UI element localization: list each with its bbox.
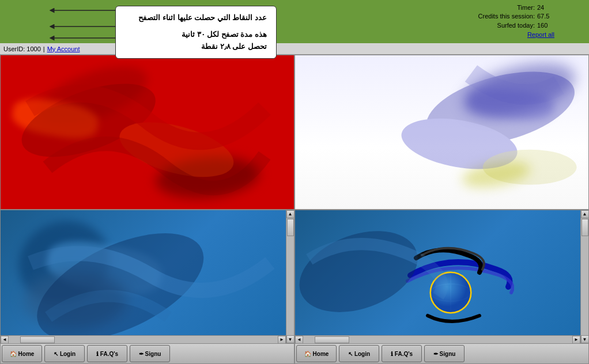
white-svg-art [295, 55, 588, 209]
right-home-button[interactable]: 🏠 Home [296, 345, 337, 362]
right-hscroll-track [303, 336, 572, 344]
timer-row: Timer: 24 [517, 3, 554, 12]
left-home-button[interactable]: 🏠 Home [2, 345, 42, 362]
callout-line1: عدد النقاط التي حصلت عليها اثناء التصفح [125, 12, 267, 24]
report-all-link[interactable]: Report all [527, 31, 554, 38]
pen-icon: ✒ [139, 351, 144, 357]
left-panel-hscrollbar[interactable]: ◄ ► [1, 335, 286, 343]
home-label: Home [18, 351, 35, 357]
right-vscroll-down-btn[interactable]: ▼ [581, 335, 589, 343]
timer-value: 24 [537, 3, 554, 12]
left-panel-navbar: 🏠 Home ↖ Login ℹ FA.Q's ✒ Signu [1, 343, 294, 363]
left-login-button[interactable]: ↖ Login [44, 345, 85, 362]
callout-box: عدد النقاط التي حصلت عليها اثناء التصفح … [115, 6, 277, 59]
right-signup-label: Signu [440, 351, 456, 357]
callout-line2: هذه مدة تصفح لكل ٣٠ ثانية [125, 29, 267, 41]
right-cursor-icon: ↖ [348, 351, 353, 357]
hscroll-right-btn[interactable]: ► [278, 336, 286, 344]
vscroll-track [286, 218, 294, 336]
right-vscroll-up-btn[interactable]: ▲ [581, 210, 589, 218]
right-home-icon: 🏠 [304, 351, 311, 357]
left-faq-button[interactable]: ℹ FA.Q's [87, 345, 127, 362]
right-vscroll-thumb[interactable] [582, 219, 588, 236]
timer-label: Timer: [517, 3, 535, 12]
main-content: ▲ ▼ ◄ ► 🏠 Home ↖ Login ℹ [0, 55, 589, 364]
surfed-value: 160 [537, 21, 554, 30]
surfed-row: Surfed today: 160 [497, 21, 554, 30]
vscroll-thumb[interactable] [287, 219, 294, 236]
right-faq-label: FA.Q's [395, 351, 413, 357]
right-pen-icon: ✒ [433, 351, 438, 357]
svg-point-14 [295, 216, 429, 327]
hscroll-left-btn[interactable]: ◄ [1, 336, 9, 344]
signup-label: Signu [145, 351, 161, 357]
right-svg-art [295, 210, 471, 333]
right-hscroll-left-btn[interactable]: ◄ [295, 336, 303, 344]
right-panel-vscrollbar[interactable]: ▲ ▼ [580, 210, 588, 344]
top-bar: Timer: 24 Credits this session: 67.5 Sur… [0, 0, 589, 55]
panel-bottom-left: ▲ ▼ ◄ ► 🏠 Home ↖ Login ℹ [0, 210, 294, 365]
vscroll-down-btn[interactable]: ▼ [286, 335, 294, 343]
nav-bar: UserID: 1000 | My Account | Site3 | Site… [0, 43, 589, 55]
vscroll-up-btn[interactable]: ▲ [286, 210, 294, 218]
right-hscroll-right-btn[interactable]: ► [572, 336, 580, 344]
hscroll-thumb[interactable] [20, 336, 55, 343]
right-vscroll-track [581, 218, 589, 336]
right-panel-navbar: 🏠 Home ↖ Login ℹ FA.Q's ✒ Signu [295, 343, 588, 363]
panel-bottom-right: ▲ ▼ ◄ ► 🏠 Home ↖ Login ℹ [294, 210, 589, 365]
credits-row: Credits this session: 67.5 [478, 12, 554, 21]
right-signup-button[interactable]: ✒ Signu [424, 345, 465, 362]
red-background [1, 55, 294, 209]
right-hscroll-thumb[interactable] [315, 336, 349, 343]
callout-line3: تحصل على ٢٫٨ نقطة [125, 41, 267, 53]
svg-point-8 [483, 150, 577, 185]
right-home-label: Home [313, 351, 329, 357]
right-faq-button[interactable]: ℹ FA.Q's [382, 345, 422, 362]
credits-value: 67.5 [537, 12, 554, 21]
cursor-icon: ↖ [54, 351, 58, 357]
my-account-link[interactable]: My Account [47, 46, 80, 52]
right-info-icon: ℹ [391, 351, 393, 357]
red-svg-art [1, 55, 294, 209]
info-icon: ℹ [96, 351, 99, 357]
user-id-text: UserID: 1000 [3, 46, 41, 52]
separator1: | [43, 46, 45, 52]
faq-label: FA.Q's [100, 351, 118, 357]
right-login-button[interactable]: ↖ Login [339, 345, 379, 362]
stats-area: Timer: 24 Credits this session: 67.5 Sur… [478, 3, 554, 38]
white-background [295, 55, 588, 209]
login-label: Login [60, 351, 75, 357]
hscroll-track [9, 336, 278, 344]
panel-top-right [294, 55, 589, 210]
home-icon: 🏠 [10, 351, 17, 357]
right-login-label: Login [354, 351, 370, 357]
left-signup-button[interactable]: ✒ Signu [130, 345, 170, 362]
left-panel-vscrollbar[interactable]: ▲ ▼ [286, 210, 294, 344]
credits-label: Credits this session: [478, 12, 535, 21]
right-panel-hscrollbar[interactable]: ◄ ► [295, 335, 580, 343]
panel-top-left [0, 55, 294, 210]
surfed-label: Surfed today: [497, 21, 535, 30]
